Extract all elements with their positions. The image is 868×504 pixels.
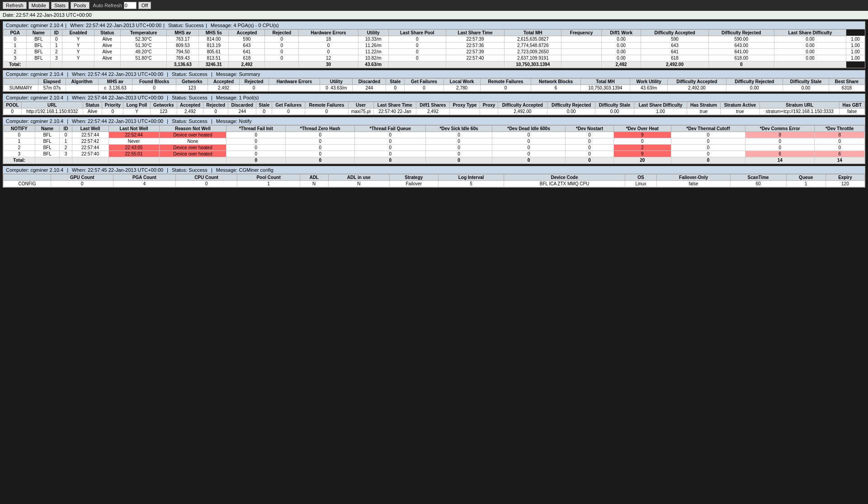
notify-cell-3-9: 0	[426, 151, 492, 157]
pga-total-cell-9	[265, 61, 299, 68]
pga-cell-0-4: Alive	[94, 36, 120, 42]
pga-header-computer: Computer: cgminer 2.10.4	[6, 23, 63, 28]
pga-cell-3-18: 618.00	[708, 55, 774, 61]
summary-header-message: Message: Summary	[216, 71, 260, 77]
cfg-col-label	[4, 174, 51, 181]
config-header-status: Status: Success	[172, 167, 208, 173]
pga-cell-3-14: 2,637,109.9191	[505, 55, 561, 61]
sum-local-work: 2,780	[443, 85, 480, 91]
pga-cell-1-4: Alive	[94, 42, 120, 49]
pool-col-discarded: Discarded	[228, 102, 256, 108]
pool-header-when: When: 22:57:44 22-Jan-2013 UTC+00:00	[72, 95, 163, 100]
pga-cell-1-14: 2,774,548.8726	[505, 42, 561, 49]
col-diff-accepted: Difficulty Accepted	[641, 30, 708, 36]
pga-cell-1-19: 0.00	[774, 42, 846, 49]
pga-cell-2-14: 2,723,009.2650	[505, 49, 561, 55]
pga-cell-0-6: 763.17	[167, 36, 199, 42]
pool-last-share-diff: 1.00	[634, 108, 687, 115]
not-col-doh: *Dev Over Heat	[614, 126, 671, 132]
sum-col-best-share: Best Share	[829, 79, 864, 85]
pool-col-diff1-shares: Diff1 Shares	[416, 102, 450, 108]
cfg-col-os: OS	[625, 174, 657, 181]
cfg-col-failover-only: Failover-Only	[657, 174, 730, 181]
col-utility: Utility	[358, 30, 388, 36]
notify-cell-1-13: 0	[671, 138, 745, 145]
stats-button[interactable]: Stats	[51, 2, 69, 9]
cfg-strategy: Failover	[389, 181, 438, 187]
pga-table: PGA Name ID Enabled Status Temperature M…	[3, 29, 865, 68]
notify-cell-1-8: 0	[355, 138, 426, 145]
pga-cell-1-6: 809.53	[167, 42, 199, 49]
pool-col-diff-rejected: Difficulty Rejected	[547, 102, 595, 108]
auto-refresh-input[interactable]	[124, 2, 137, 9]
notify-cell-1-5: None	[159, 138, 226, 145]
pga-cell-1-2: 1	[51, 42, 62, 49]
col-status: Status	[94, 30, 120, 36]
sum-col-get-failures: Get Failures	[405, 79, 443, 85]
notify-cell-0-11: 0	[566, 132, 614, 138]
notify-cell-2-1: BFL	[35, 145, 60, 151]
notify-total-cell-2	[60, 157, 72, 164]
cfg-adl: N	[300, 181, 328, 187]
sum-col-accepted: Accepted	[208, 79, 239, 85]
pool-discarded: 244	[228, 108, 256, 115]
date-bar: Date: 22:57:44 22-Jan-2013 UTC+00:00	[0, 11, 868, 19]
notify-cell-0-15: 8	[815, 132, 865, 138]
sum-stale: 0	[386, 85, 405, 91]
pga-cell-1-3: Y	[62, 42, 94, 49]
sum-get-failures: 0	[405, 85, 443, 91]
notify-cell-0-8: 0	[355, 132, 426, 138]
pga-cell-2-10: 0	[299, 49, 358, 55]
notify-cell-1-6: 0	[226, 138, 286, 145]
notify-cell-0-5: Device over heated	[159, 132, 226, 138]
not-col-id: ID	[60, 126, 72, 132]
notify-cell-1-2: 1	[60, 138, 72, 145]
pool-col-rejected: Rejected	[203, 102, 228, 108]
pool-user: maxi75.pi	[348, 108, 373, 115]
sum-total-mh: 10,750,303.1394	[580, 85, 630, 91]
notify-cell-1-3: 22:57:42	[72, 138, 108, 145]
col-name: Name	[27, 30, 51, 36]
pga-row-2: 2BFL2YAlive49.20°C794.50805.616410011.22…	[4, 49, 865, 55]
pga-total-cell-1	[27, 61, 51, 68]
pool-accepted: 2,492	[177, 108, 203, 115]
sum-col-diff-accepted: Difficulty Accepted	[668, 79, 726, 85]
pga-cell-2-11: 11.22/m	[358, 49, 388, 55]
pool-col-proxy-type: Proxy Type	[449, 102, 480, 108]
col-diff1-work: Diff1 Work	[601, 30, 641, 36]
pools-button[interactable]: Pools	[71, 2, 90, 9]
notify-section: Computer: cgminer 2.10.4 | When: 22:57:4…	[3, 117, 865, 164]
refresh-button[interactable]: Refresh	[3, 2, 27, 9]
pga-cell-3-7: 813.51	[199, 55, 229, 61]
pga-total-cell-11: 43.63/m	[358, 61, 388, 68]
pool-diff-stale: 0.00	[595, 108, 634, 115]
pga-cell-1-11: 11.26/m	[358, 42, 388, 49]
pool-col-user: User	[348, 102, 373, 108]
notify-cell-1-4: Never	[108, 138, 159, 145]
pool-col-stale: Stale	[256, 102, 272, 108]
pool-col-diff-stale: Difficulty Stale	[595, 102, 634, 108]
pool-section: Computer: cgminer 2.10.4 | When: 22:57:4…	[3, 94, 865, 115]
pga-total-cell-8: 2,492	[229, 61, 265, 68]
sum-col-local-work: Local Work	[443, 79, 480, 85]
config-header-row: GPU Count PGA Count CPU Count Pool Count…	[4, 174, 865, 181]
notify-total-cell-14: 14	[745, 157, 815, 164]
pga-cell-3-2: 3	[51, 55, 62, 61]
pool-col-long-poll: Long Poll	[123, 102, 150, 108]
sum-diff-accepted: 2,492.00	[668, 85, 726, 91]
config-header-computer: Computer: cgminer 2.10.4	[6, 167, 63, 173]
not-col-tzh: *Thread Zero Hash	[286, 126, 355, 132]
col-hw-errors: Hardware Errors	[299, 30, 358, 36]
pga-total-cell-0: Total:	[4, 61, 27, 68]
pga-header-sep1: |	[65, 23, 66, 28]
notify-cell-1-1: BFL	[35, 138, 60, 145]
notify-total-cell-9: 0	[426, 157, 492, 164]
pga-cell-3-15	[561, 55, 602, 61]
off-button[interactable]: Off	[138, 2, 151, 9]
pga-cell-2-5: 49.20°C	[120, 49, 167, 55]
mobile-button[interactable]: Mobile	[28, 2, 49, 9]
config-section-header: Computer: cgminer 2.10.4 | When: 22:57:4…	[3, 166, 865, 174]
sum-col-discarded: Discarded	[353, 79, 386, 85]
notify-total-cell-3	[72, 157, 108, 164]
col-last-share-time: Last Share Time	[446, 30, 504, 36]
